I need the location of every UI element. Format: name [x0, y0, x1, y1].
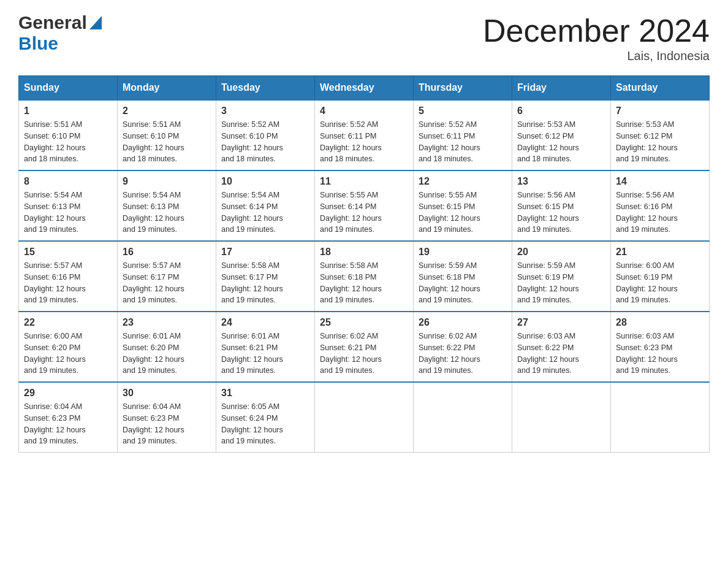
table-row — [315, 382, 414, 453]
table-row: 14Sunrise: 5:56 AMSunset: 6:16 PMDayligh… — [611, 170, 710, 241]
day-number: 29 — [24, 388, 112, 399]
day-info: Sunrise: 5:53 AMSunset: 6:12 PMDaylight:… — [616, 119, 704, 165]
calendar-week-row: 15Sunrise: 5:57 AMSunset: 6:16 PMDayligh… — [19, 241, 710, 312]
table-row: 25Sunrise: 6:02 AMSunset: 6:21 PMDayligh… — [315, 312, 414, 382]
day-info: Sunrise: 5:54 AMSunset: 6:13 PMDaylight:… — [24, 190, 112, 236]
day-info: Sunrise: 5:52 AMSunset: 6:11 PMDaylight:… — [419, 119, 507, 165]
day-info: Sunrise: 5:56 AMSunset: 6:15 PMDaylight:… — [517, 190, 605, 236]
logo-general-text: General — [18, 12, 87, 33]
day-number: 28 — [616, 317, 704, 328]
calendar-header-row: Sunday Monday Tuesday Wednesday Thursday… — [19, 76, 710, 101]
day-number: 7 — [616, 105, 704, 117]
title-area: December 2024 Lais, Indonesia — [483, 12, 710, 63]
table-row: 7Sunrise: 5:53 AMSunset: 6:12 PMDaylight… — [611, 100, 710, 170]
day-number: 25 — [320, 317, 408, 328]
header-saturday: Saturday — [611, 76, 710, 101]
day-info: Sunrise: 6:03 AMSunset: 6:22 PMDaylight:… — [517, 331, 605, 377]
table-row: 19Sunrise: 5:59 AMSunset: 6:18 PMDayligh… — [414, 241, 512, 312]
table-row: 11Sunrise: 5:55 AMSunset: 6:14 PMDayligh… — [315, 170, 414, 241]
day-number: 10 — [221, 176, 309, 187]
table-row: 30Sunrise: 6:04 AMSunset: 6:23 PMDayligh… — [118, 382, 216, 453]
day-number: 9 — [123, 176, 211, 187]
calendar-week-row: 22Sunrise: 6:00 AMSunset: 6:20 PMDayligh… — [19, 312, 710, 382]
header-friday: Friday — [512, 76, 611, 101]
day-number: 21 — [616, 247, 704, 258]
table-row: 31Sunrise: 6:05 AMSunset: 6:24 PMDayligh… — [216, 382, 315, 453]
table-row: 23Sunrise: 6:01 AMSunset: 6:20 PMDayligh… — [118, 312, 216, 382]
table-row — [414, 382, 512, 453]
table-row: 3Sunrise: 5:52 AMSunset: 6:10 PMDaylight… — [216, 100, 315, 170]
table-row: 18Sunrise: 5:58 AMSunset: 6:18 PMDayligh… — [315, 241, 414, 312]
day-number: 5 — [419, 105, 507, 117]
day-info: Sunrise: 6:03 AMSunset: 6:23 PMDaylight:… — [616, 331, 704, 377]
day-number: 8 — [24, 176, 112, 187]
day-info: Sunrise: 5:54 AMSunset: 6:14 PMDaylight:… — [221, 190, 309, 236]
day-info: Sunrise: 5:58 AMSunset: 6:18 PMDaylight:… — [320, 260, 408, 306]
table-row: 17Sunrise: 5:58 AMSunset: 6:17 PMDayligh… — [216, 241, 315, 312]
header-tuesday: Tuesday — [216, 76, 315, 101]
table-row: 1Sunrise: 5:51 AMSunset: 6:10 PMDaylight… — [19, 100, 118, 170]
day-info: Sunrise: 5:51 AMSunset: 6:10 PMDaylight:… — [24, 119, 112, 165]
day-number: 2 — [123, 105, 211, 117]
day-number: 16 — [123, 247, 211, 258]
table-row — [512, 382, 611, 453]
day-info: Sunrise: 5:52 AMSunset: 6:10 PMDaylight:… — [221, 119, 309, 165]
table-row: 5Sunrise: 5:52 AMSunset: 6:11 PMDaylight… — [414, 100, 512, 170]
day-info: Sunrise: 5:56 AMSunset: 6:16 PMDaylight:… — [616, 190, 704, 236]
day-number: 1 — [24, 105, 112, 117]
page-header: General Blue December 2024 Lais, Indones… — [18, 12, 710, 63]
table-row: 9Sunrise: 5:54 AMSunset: 6:13 PMDaylight… — [118, 170, 216, 241]
day-info: Sunrise: 5:59 AMSunset: 6:18 PMDaylight:… — [419, 260, 507, 306]
day-info: Sunrise: 6:04 AMSunset: 6:23 PMDaylight:… — [24, 401, 112, 447]
logo: General Blue — [18, 12, 102, 54]
header-wednesday: Wednesday — [315, 76, 414, 101]
day-info: Sunrise: 6:00 AMSunset: 6:19 PMDaylight:… — [616, 260, 704, 306]
day-number: 17 — [221, 247, 309, 258]
day-info: Sunrise: 5:57 AMSunset: 6:16 PMDaylight:… — [24, 260, 112, 306]
header-sunday: Sunday — [19, 76, 118, 101]
table-row: 8Sunrise: 5:54 AMSunset: 6:13 PMDaylight… — [19, 170, 118, 241]
day-info: Sunrise: 5:55 AMSunset: 6:15 PMDaylight:… — [419, 190, 507, 236]
table-row: 16Sunrise: 5:57 AMSunset: 6:17 PMDayligh… — [118, 241, 216, 312]
day-info: Sunrise: 5:55 AMSunset: 6:14 PMDaylight:… — [320, 190, 408, 236]
day-info: Sunrise: 6:01 AMSunset: 6:20 PMDaylight:… — [123, 331, 211, 377]
table-row: 20Sunrise: 5:59 AMSunset: 6:19 PMDayligh… — [512, 241, 611, 312]
svg-marker-0 — [89, 16, 102, 29]
day-number: 20 — [517, 247, 605, 258]
table-row: 4Sunrise: 5:52 AMSunset: 6:11 PMDaylight… — [315, 100, 414, 170]
day-info: Sunrise: 6:00 AMSunset: 6:20 PMDaylight:… — [24, 331, 112, 377]
day-info: Sunrise: 5:53 AMSunset: 6:12 PMDaylight:… — [517, 119, 605, 165]
day-number: 27 — [517, 317, 605, 328]
month-title: December 2024 — [483, 12, 710, 49]
day-number: 22 — [24, 317, 112, 328]
header-thursday: Thursday — [414, 76, 512, 101]
day-number: 3 — [221, 105, 309, 117]
day-number: 30 — [123, 388, 211, 399]
day-number: 18 — [320, 247, 408, 258]
table-row: 13Sunrise: 5:56 AMSunset: 6:15 PMDayligh… — [512, 170, 611, 241]
day-info: Sunrise: 5:59 AMSunset: 6:19 PMDaylight:… — [517, 260, 605, 306]
table-row: 27Sunrise: 6:03 AMSunset: 6:22 PMDayligh… — [512, 312, 611, 382]
day-number: 4 — [320, 105, 408, 117]
day-info: Sunrise: 5:58 AMSunset: 6:17 PMDaylight:… — [221, 260, 309, 306]
day-info: Sunrise: 6:02 AMSunset: 6:21 PMDaylight:… — [320, 331, 408, 377]
day-info: Sunrise: 6:05 AMSunset: 6:24 PMDaylight:… — [221, 401, 309, 447]
day-info: Sunrise: 5:52 AMSunset: 6:11 PMDaylight:… — [320, 119, 408, 165]
day-info: Sunrise: 5:51 AMSunset: 6:10 PMDaylight:… — [123, 119, 211, 165]
calendar-week-row: 8Sunrise: 5:54 AMSunset: 6:13 PMDaylight… — [19, 170, 710, 241]
day-number: 26 — [419, 317, 507, 328]
table-row: 10Sunrise: 5:54 AMSunset: 6:14 PMDayligh… — [216, 170, 315, 241]
calendar-week-row: 1Sunrise: 5:51 AMSunset: 6:10 PMDaylight… — [19, 100, 710, 170]
day-number: 11 — [320, 176, 408, 187]
calendar-table: Sunday Monday Tuesday Wednesday Thursday… — [18, 75, 710, 453]
day-info: Sunrise: 6:04 AMSunset: 6:23 PMDaylight:… — [123, 401, 211, 447]
table-row: 12Sunrise: 5:55 AMSunset: 6:15 PMDayligh… — [414, 170, 512, 241]
table-row: 29Sunrise: 6:04 AMSunset: 6:23 PMDayligh… — [19, 382, 118, 453]
day-number: 24 — [221, 317, 309, 328]
table-row: 22Sunrise: 6:00 AMSunset: 6:20 PMDayligh… — [19, 312, 118, 382]
table-row: 2Sunrise: 5:51 AMSunset: 6:10 PMDaylight… — [118, 100, 216, 170]
table-row: 26Sunrise: 6:02 AMSunset: 6:22 PMDayligh… — [414, 312, 512, 382]
day-number: 15 — [24, 247, 112, 258]
day-number: 23 — [123, 317, 211, 328]
logo-triangle-icon — [89, 16, 102, 32]
